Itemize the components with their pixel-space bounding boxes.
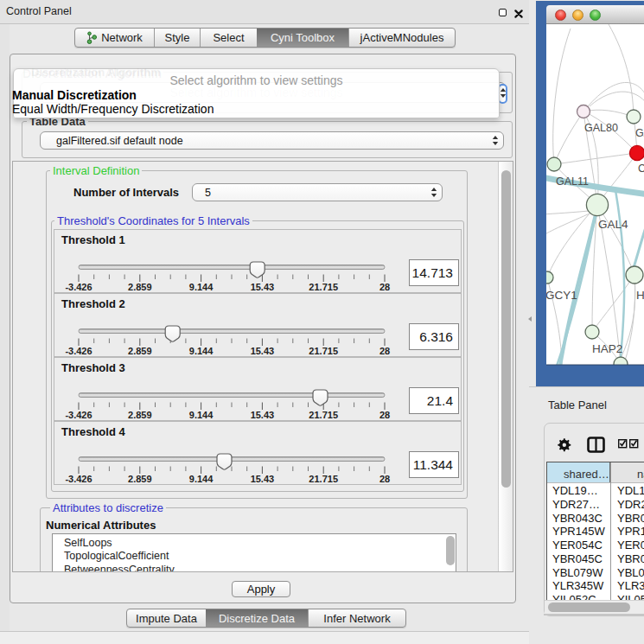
svg-text:Threshold 3: Threshold 3 (61, 361, 125, 374)
svg-text:GAL80: GAL80 (584, 122, 618, 134)
svg-text:-3.426: -3.426 (65, 410, 92, 420)
svg-text:2.859: 2.859 (128, 474, 152, 484)
svg-text:28: 28 (379, 282, 390, 292)
svg-text:2.859: 2.859 (128, 282, 152, 292)
svg-text:9.144: 9.144 (189, 282, 214, 292)
svg-text:C: C (638, 163, 644, 175)
svg-text:28: 28 (379, 474, 390, 484)
svg-text:2.859: 2.859 (128, 346, 152, 356)
svg-text:9.144: 9.144 (189, 474, 214, 484)
svg-text:15.43: 15.43 (251, 474, 275, 484)
svg-text:Threshold 4: Threshold 4 (61, 425, 125, 438)
svg-text:GAL4: GAL4 (598, 218, 628, 231)
svg-text:GA: GA (635, 127, 644, 139)
svg-text:2.859: 2.859 (128, 410, 152, 420)
svg-text:GCY1: GCY1 (546, 289, 577, 302)
svg-text:HAP2: HAP2 (592, 342, 622, 355)
svg-text:Threshold 2: Threshold 2 (61, 297, 125, 310)
svg-text:H: H (636, 289, 644, 302)
svg-text:15.43: 15.43 (251, 410, 275, 420)
svg-text:21.715: 21.715 (309, 282, 338, 292)
svg-text:21.715: 21.715 (309, 346, 338, 356)
svg-text:-3.426: -3.426 (65, 474, 92, 484)
svg-text:21.715: 21.715 (309, 474, 338, 484)
svg-text:28: 28 (379, 410, 390, 420)
svg-text:-3.426: -3.426 (65, 282, 92, 292)
svg-text:15.43: 15.43 (251, 346, 275, 356)
svg-text:9.144: 9.144 (189, 346, 214, 356)
svg-text:9.144: 9.144 (189, 410, 214, 420)
svg-text:28: 28 (379, 346, 390, 356)
svg-text:GAL11: GAL11 (556, 175, 589, 188)
svg-text:-3.426: -3.426 (65, 346, 92, 356)
svg-text:Threshold 1: Threshold 1 (61, 233, 125, 246)
svg-text:15.43: 15.43 (251, 282, 275, 292)
svg-text:21.715: 21.715 (309, 410, 338, 420)
